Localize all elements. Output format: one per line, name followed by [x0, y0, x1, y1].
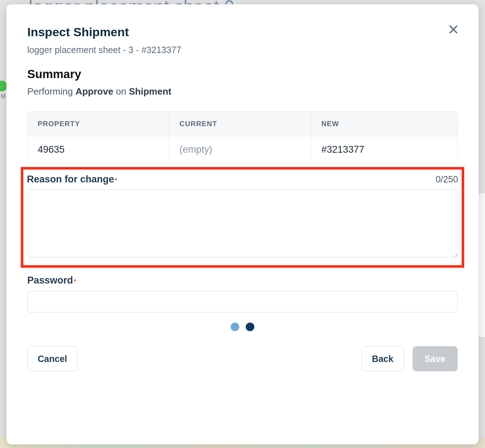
step-dot-1[interactable] [231, 323, 239, 331]
changes-table: PROPERTY CURRENT NEW 49635 (empty) #3213… [27, 111, 458, 163]
reason-required-asterisk: * [115, 177, 117, 184]
th-property: PROPERTY [28, 112, 169, 136]
th-new: NEW [311, 112, 457, 136]
background-left-letter: M [1, 93, 5, 100]
reason-for-change-highlight: Reason for change* 0/250 [21, 167, 464, 268]
table-header-row: PROPERTY CURRENT NEW [28, 112, 457, 136]
summary-sentence: Performing Approve on Shipment [27, 86, 458, 97]
inspect-shipment-modal: Inspect Shipment logger placement sheet … [6, 4, 479, 444]
td-property: 49635 [28, 136, 169, 163]
step-dot-2[interactable] [246, 323, 254, 331]
save-button[interactable]: Save [413, 346, 458, 371]
close-button[interactable] [446, 22, 461, 37]
password-required-asterisk: * [74, 278, 76, 285]
modal-title: Inspect Shipment [27, 25, 458, 39]
modal-footer: Cancel Back Save [27, 346, 458, 371]
td-current: (empty) [169, 136, 311, 163]
summary-action: Approve [75, 86, 113, 97]
modal-subtitle: logger placement sheet - 3 - #3213377 [27, 45, 458, 55]
th-current: CURRENT [169, 112, 311, 136]
back-button[interactable]: Back [362, 346, 404, 371]
table-row: 49635 (empty) #3213377 [28, 136, 457, 163]
summary-mid: on [113, 86, 129, 97]
reason-textarea[interactable] [27, 189, 458, 257]
reason-char-counter: 0/250 [435, 174, 458, 185]
cancel-button[interactable]: Cancel [27, 346, 77, 371]
close-icon [448, 24, 459, 35]
summary-heading: Summary [27, 67, 458, 81]
td-new: #3213377 [311, 136, 457, 163]
background-right-panel-sliver [478, 194, 485, 337]
step-indicator [27, 323, 458, 331]
summary-prefix: Performing [27, 86, 75, 97]
summary-target: Shipment [129, 86, 171, 97]
password-input[interactable] [27, 291, 458, 313]
password-label: Password [27, 275, 73, 286]
reason-label: Reason for change [27, 174, 114, 185]
